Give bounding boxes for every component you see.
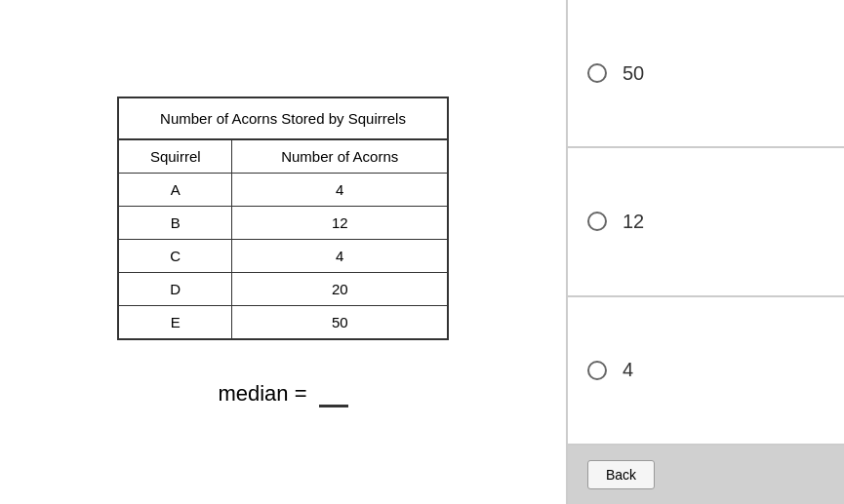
answer-option-4[interactable]: 4 xyxy=(568,297,844,446)
answer-label: 50 xyxy=(623,62,644,85)
median-blank xyxy=(319,379,348,407)
col-header-acorns: Number of Acorns xyxy=(232,140,447,174)
table-title: Number of Acorns Stored by Squirrels xyxy=(119,98,447,140)
table-row: D20 xyxy=(119,273,447,306)
radio-circle[interactable] xyxy=(587,361,607,380)
right-panel: 50124 Back xyxy=(566,0,844,504)
table-row: B12 xyxy=(119,207,447,240)
bottom-bar: Back xyxy=(568,446,844,504)
answer-option-12[interactable]: 12 xyxy=(568,148,844,296)
table-row: A4 xyxy=(119,174,447,207)
left-panel: Number of Acorns Stored by Squirrels Squ… xyxy=(0,0,566,504)
data-table-container: Number of Acorns Stored by Squirrels Squ… xyxy=(117,97,449,340)
cell-acorns: 50 xyxy=(232,306,447,339)
right-panel-inner: 50124 Back xyxy=(568,0,844,504)
radio-circle[interactable] xyxy=(587,63,607,83)
median-label: median = xyxy=(218,381,306,407)
table-row: E50 xyxy=(119,306,447,339)
cell-squirrel: C xyxy=(119,240,232,273)
back-button[interactable]: Back xyxy=(587,460,655,489)
answer-options: 50124 xyxy=(568,0,844,446)
cell-squirrel: E xyxy=(119,306,232,339)
median-row: median = xyxy=(218,379,347,407)
answer-label: 12 xyxy=(623,211,644,233)
cell-squirrel: D xyxy=(119,273,232,306)
cell-acorns: 4 xyxy=(232,240,447,273)
cell-acorns: 12 xyxy=(232,207,447,240)
cell-acorns: 4 xyxy=(232,174,447,207)
table-row: C4 xyxy=(119,240,447,273)
answer-option-50[interactable]: 50 xyxy=(568,0,844,148)
cell-acorns: 20 xyxy=(232,273,447,306)
cell-squirrel: A xyxy=(119,174,232,207)
col-header-squirrel: Squirrel xyxy=(119,140,232,174)
answer-label: 4 xyxy=(623,359,633,381)
acorns-table: Squirrel Number of Acorns A4B12C4D20E50 xyxy=(119,140,447,338)
radio-circle[interactable] xyxy=(587,212,607,231)
cell-squirrel: B xyxy=(119,207,232,240)
